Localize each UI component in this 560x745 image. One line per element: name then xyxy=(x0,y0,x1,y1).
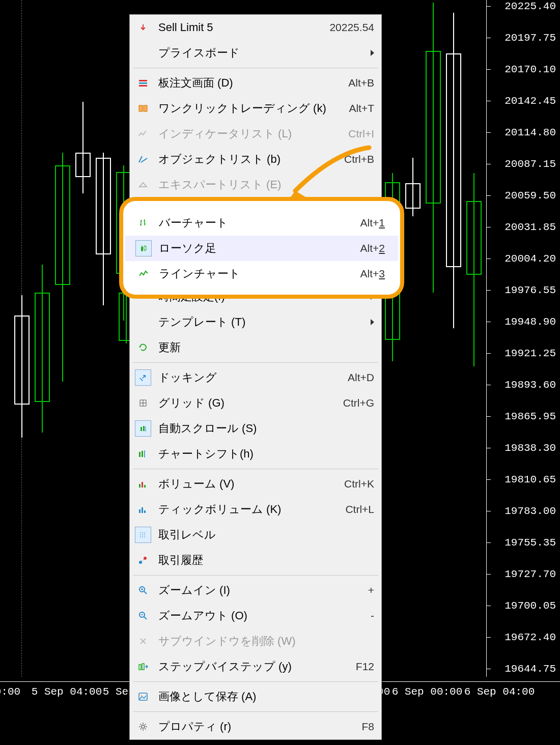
refresh-icon xyxy=(135,339,151,356)
svg-rect-13 xyxy=(142,507,143,513)
indicator-icon xyxy=(135,126,151,142)
menu-label: グリッド (G) xyxy=(158,395,343,411)
object-list-icon xyxy=(135,151,151,167)
menu-label: Sell Limit 5 xyxy=(158,21,329,34)
svg-point-16 xyxy=(144,557,147,560)
menu-trade-levels[interactable]: 取引レベル xyxy=(130,522,381,548)
menu-shortcut: Ctrl+G xyxy=(343,397,374,409)
svg-rect-3 xyxy=(139,105,143,111)
submenu-arrow-icon xyxy=(371,294,374,300)
menu-label: 時間足設定(f) xyxy=(158,289,367,304)
menu-delete-subwindow: サブウインドウを削除 (W) xyxy=(130,628,381,654)
svg-rect-6 xyxy=(143,426,145,431)
menu-separator xyxy=(133,362,378,363)
menu-shortcut: Alt+B xyxy=(348,77,374,89)
time-label: 0:00 xyxy=(0,686,20,698)
svg-rect-21 xyxy=(139,693,147,700)
expert-icon xyxy=(135,177,151,193)
time-label: 5 Sep 04:00 xyxy=(32,686,102,698)
depth-icon xyxy=(135,75,151,91)
submenu-arrow-icon xyxy=(371,319,374,325)
menu-timeframe[interactable]: 時間足設定(f) xyxy=(130,284,381,309)
volume-icon xyxy=(135,476,151,492)
menu-label: 板注文画面 (D) xyxy=(158,75,348,91)
price-label: 19672.40 xyxy=(505,632,556,643)
menu-shortcut: Alt+T xyxy=(349,102,374,114)
one-click-icon xyxy=(135,100,151,117)
menu-label: テンプレート (T) xyxy=(158,314,367,330)
menu-shortcut: F8 xyxy=(361,721,374,733)
time-label: 6 Sep 00:00 xyxy=(392,686,463,698)
price-label: 19976.55 xyxy=(505,284,556,296)
price-label: 19948.90 xyxy=(505,316,556,328)
menu-grid[interactable]: グリッド (G) Ctrl+G xyxy=(130,390,381,416)
menu-label: ティックボリューム (K) xyxy=(158,502,345,517)
callout-arrow-icon xyxy=(277,142,374,209)
menu-docking[interactable]: ドッキング Alt+D xyxy=(130,365,381,390)
menu-value: 20225.54 xyxy=(329,21,374,34)
price-label: 20170.10 xyxy=(505,64,556,75)
menu-one-click-trading[interactable]: ワンクリックトレーディング (k) Alt+T xyxy=(130,96,381,121)
trade-history-icon xyxy=(135,552,151,568)
menu-label: 取引履歴 xyxy=(158,553,374,568)
svg-point-22 xyxy=(141,695,143,697)
price-label: 19727.70 xyxy=(505,568,556,580)
svg-rect-1 xyxy=(139,82,147,84)
delete-icon xyxy=(135,633,151,649)
menu-shortcut: F12 xyxy=(356,661,374,673)
svg-rect-14 xyxy=(144,510,146,513)
menu-tick-volume[interactable]: ティックボリューム (K) Ctrl+L xyxy=(130,497,381,522)
menu-label: プロパティ (r) xyxy=(158,719,361,734)
trade-levels-icon xyxy=(135,527,151,543)
menu-template[interactable]: テンプレート (T) xyxy=(130,309,381,335)
menu-step-by-step[interactable]: ステップバイステップ (y) F12 xyxy=(130,654,381,679)
menu-chart-shift[interactable]: チャートシフト(h) xyxy=(130,441,381,467)
zoom-out-icon xyxy=(135,608,151,624)
menu-zoom-out[interactable]: ズームアウト (O) - xyxy=(130,603,381,628)
menu-refresh[interactable]: 更新 xyxy=(130,335,381,360)
price-label: 19644.75 xyxy=(505,663,556,675)
price-label: 19783.00 xyxy=(505,505,556,517)
menu-label: ステップバイステップ (y) xyxy=(158,659,356,674)
price-label: 19921.25 xyxy=(505,348,556,359)
menu-separator xyxy=(133,681,378,682)
menu-sell-limit[interactable]: Sell Limit 5 20225.54 xyxy=(130,15,381,40)
price-axis: 20225.40 20197.75 20170.10 20142.45 2011… xyxy=(486,0,560,677)
menu-label: インディケータリスト (L) xyxy=(158,126,348,141)
menu-save-image[interactable]: 画像として保存 (A) xyxy=(130,684,381,709)
price-label: 20004.20 xyxy=(505,253,556,265)
menu-separator xyxy=(133,469,378,469)
tick-volume-icon xyxy=(135,501,151,518)
menu-price-board[interactable]: プライスボード xyxy=(130,40,381,66)
menu-zoom-in[interactable]: ズームイン (I) + xyxy=(130,578,381,603)
menu-label: ボリューム (V) xyxy=(158,476,344,492)
menu-properties[interactable]: プロパティ (r) F8 xyxy=(130,714,381,739)
svg-rect-12 xyxy=(139,509,141,513)
menu-label: ズームイン (I) xyxy=(158,583,368,598)
svg-rect-5 xyxy=(141,427,142,431)
menu-trade-history[interactable]: 取引履歴 xyxy=(130,548,381,573)
price-label: 19810.65 xyxy=(505,474,556,485)
menu-label: 取引レベル xyxy=(158,527,374,542)
menu-separator xyxy=(133,575,378,576)
menu-label: 更新 xyxy=(158,340,374,355)
context-menu: Sell Limit 5 20225.54 プライスボード 板注文画面 (D) … xyxy=(129,14,382,740)
menu-separator xyxy=(133,68,378,68)
svg-rect-0 xyxy=(139,80,147,81)
menu-auto-scroll[interactable]: 自動スクロール (S) xyxy=(130,416,381,441)
price-label: 20087.15 xyxy=(505,158,556,170)
image-icon xyxy=(135,689,151,705)
svg-rect-20 xyxy=(142,664,144,670)
menu-label: サブウインドウを削除 (W) xyxy=(158,634,374,649)
menu-depth-of-market[interactable]: 板注文画面 (D) Alt+B xyxy=(130,70,381,96)
svg-rect-7 xyxy=(139,452,141,457)
menu-shortcut: Ctrl+L xyxy=(345,503,374,515)
zoom-in-icon xyxy=(135,582,151,598)
price-label: 20142.45 xyxy=(505,95,556,107)
pin-icon xyxy=(135,369,151,386)
menu-volume[interactable]: ボリューム (V) Ctrl+K xyxy=(130,471,381,497)
sell-arrow-icon xyxy=(135,19,151,36)
menu-separator xyxy=(133,711,378,712)
menu-shortcut: Ctrl+K xyxy=(344,478,374,490)
menu-label: プライスボード xyxy=(158,45,367,61)
